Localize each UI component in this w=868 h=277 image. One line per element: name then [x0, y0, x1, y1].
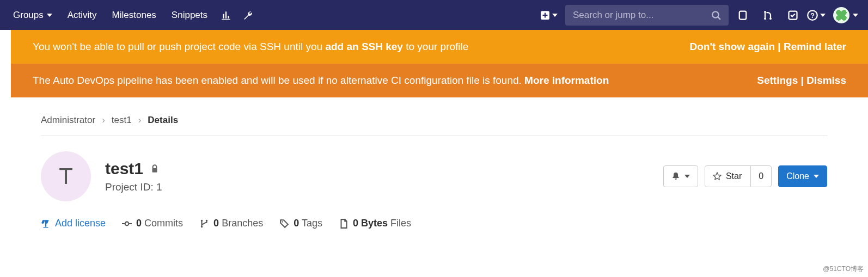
ssh-banner-message: You won't be able to pull or push projec…	[33, 41, 689, 53]
breadcrumb: Administrator › test1 › Details	[41, 108, 827, 136]
size-count: 0 Bytes	[353, 218, 388, 229]
branches-stat[interactable]: 0 Branches	[199, 218, 263, 229]
search-box[interactable]	[565, 5, 729, 26]
svg-rect-9	[152, 168, 157, 173]
ssh-banner-post: to your profile	[406, 41, 468, 52]
ssh-banner: You won't be able to pull or push projec…	[11, 30, 868, 64]
star-icon	[713, 172, 722, 181]
add-license-label: Add license	[55, 218, 106, 229]
scale-icon	[41, 219, 51, 229]
star-button[interactable]: Star 0	[705, 165, 772, 187]
wrench-icon[interactable]	[237, 4, 259, 26]
ssh-banner-link[interactable]: add an SSH key	[325, 41, 403, 52]
devops-banner-message: The Auto DevOps pipeline has been enable…	[33, 75, 757, 87]
breadcrumb-current: Details	[148, 115, 178, 126]
commit-icon	[122, 219, 132, 229]
clone-button[interactable]: Clone	[778, 165, 827, 187]
project-id: Project ID: 1	[105, 181, 663, 193]
nav-groups[interactable]: Groups	[5, 10, 60, 21]
svg-point-14	[282, 221, 283, 222]
commits-stat[interactable]: 0 Commits	[122, 218, 183, 229]
ssh-remind-later-link[interactable]: Remind later	[784, 41, 846, 52]
tags-label: Tags	[302, 218, 322, 229]
ssh-banner-actions: Don't show again | Remind later	[689, 41, 846, 53]
devops-more-info-link[interactable]: More information	[524, 75, 609, 86]
content-area: Administrator › test1 › Details T test1 …	[0, 97, 868, 245]
separator: |	[801, 75, 807, 86]
plus-icon	[540, 10, 550, 20]
ssh-dont-show-link[interactable]: Don't show again	[689, 41, 775, 52]
branches-count: 0	[213, 218, 219, 229]
star-label: Star	[726, 171, 742, 181]
top-navbar: Groups Activity Milestones Snippets	[0, 0, 868, 30]
branches-label: Branches	[222, 218, 263, 229]
notifications-button[interactable]	[663, 165, 698, 187]
svg-point-13	[206, 219, 207, 221]
chevron-down-icon	[814, 175, 819, 178]
user-menu[interactable]	[829, 7, 863, 23]
ssh-banner-pre: You won't be able to pull or push projec…	[33, 41, 325, 52]
tags-count: 0	[294, 218, 299, 229]
new-menu[interactable]	[536, 10, 562, 20]
svg-text:?: ?	[810, 12, 815, 20]
files-stat[interactable]: 0 Bytes Files	[339, 218, 411, 229]
svg-point-12	[201, 225, 203, 227]
search-icon	[711, 10, 721, 20]
merge-requests-icon[interactable]	[757, 4, 779, 26]
commits-label: Commits	[144, 218, 183, 229]
bell-icon	[671, 172, 680, 181]
nav-activity[interactable]: Activity	[60, 10, 105, 21]
breadcrumb-owner[interactable]: Administrator	[41, 115, 95, 126]
nav-groups-label: Groups	[13, 10, 44, 21]
chevron-down-icon	[853, 14, 858, 17]
breadcrumb-project[interactable]: test1	[112, 115, 132, 126]
devops-settings-link[interactable]: Settings	[757, 75, 798, 86]
svg-point-1	[712, 11, 718, 17]
tag-icon	[279, 219, 289, 229]
size-label: Files	[390, 218, 411, 229]
breadcrumb-separator: ›	[102, 115, 105, 126]
svg-point-10	[125, 221, 129, 225]
star-count: 0	[750, 166, 771, 187]
todos-icon[interactable]	[782, 4, 804, 26]
svg-point-5	[769, 17, 772, 20]
devops-banner: The Auto DevOps pipeline has been enable…	[11, 64, 868, 97]
add-license-link[interactable]: Add license	[41, 218, 106, 229]
chevron-down-icon	[820, 14, 826, 17]
project-title: test1	[105, 159, 143, 178]
avatar	[833, 7, 849, 23]
project-stats: Add license 0 Commits 0 Branches 0 Tags …	[41, 212, 827, 235]
search-input[interactable]	[573, 10, 711, 21]
branch-icon	[199, 219, 209, 229]
clone-label: Clone	[786, 171, 809, 181]
svg-point-3	[764, 10, 766, 13]
chevron-down-icon	[684, 175, 690, 178]
svg-rect-2	[739, 11, 747, 19]
breadcrumb-separator: ›	[138, 115, 142, 126]
help-menu[interactable]: ?	[807, 10, 826, 21]
svg-point-4	[764, 17, 766, 20]
project-title-block: test1 Project ID: 1	[105, 159, 663, 193]
help-icon: ?	[807, 10, 818, 21]
svg-point-11	[201, 219, 203, 221]
separator: |	[778, 41, 784, 52]
lock-icon	[150, 164, 160, 174]
nav-right: ?	[536, 4, 863, 26]
nav-milestones[interactable]: Milestones	[105, 10, 164, 21]
commits-count: 0	[136, 218, 142, 229]
devops-dismiss-link[interactable]: Dismiss	[806, 75, 846, 86]
chart-icon[interactable]	[215, 4, 237, 26]
project-avatar: T	[41, 151, 91, 201]
issues-icon[interactable]	[732, 4, 754, 26]
project-header: T test1 Project ID: 1 Star 0 Clone	[41, 136, 827, 212]
devops-banner-actions: Settings | Dismiss	[757, 75, 846, 87]
devops-banner-text: The Auto DevOps pipeline has been enable…	[33, 75, 524, 86]
file-icon	[339, 219, 349, 229]
chevron-down-icon	[552, 14, 558, 17]
tags-stat[interactable]: 0 Tags	[279, 218, 322, 229]
nav-left: Groups Activity Milestones Snippets	[5, 4, 259, 26]
chevron-down-icon	[47, 14, 52, 17]
project-actions: Star 0 Clone	[663, 165, 827, 187]
nav-snippets[interactable]: Snippets	[164, 10, 215, 21]
